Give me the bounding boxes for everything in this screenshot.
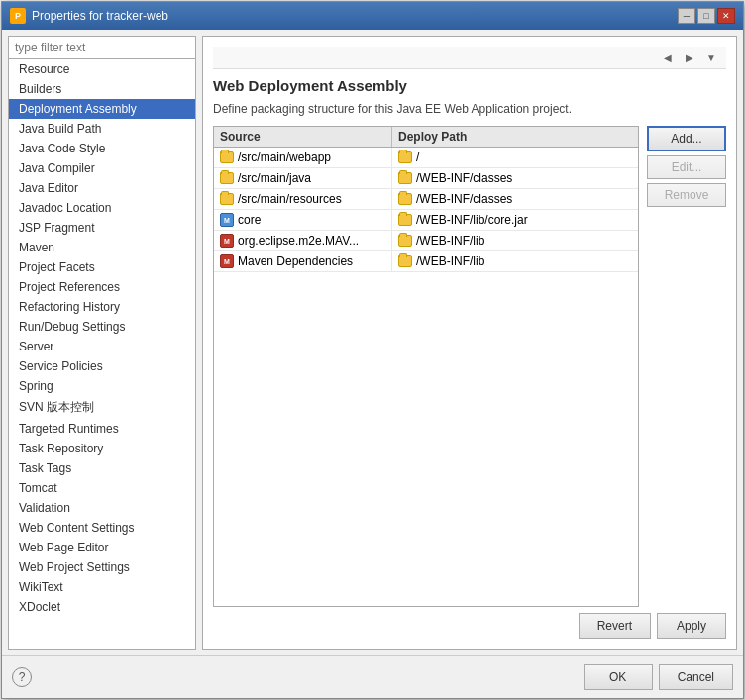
nav-item-validation[interactable]: Validation [9, 498, 195, 518]
folder-icon [220, 172, 234, 184]
source-text-1: /src/main/java [238, 171, 311, 185]
col-source: Source [214, 127, 392, 147]
td-deploy-0: / [392, 148, 638, 167]
source-text-0: /src/main/webapp [238, 150, 331, 164]
deploy-text-0: / [416, 150, 419, 164]
nav-item-wikitext[interactable]: WikiText [9, 577, 195, 597]
revert-button[interactable]: Revert [579, 613, 651, 639]
table-header: Source Deploy Path [214, 127, 638, 148]
assembly-table: Source Deploy Path /src/main/webapp [213, 126, 639, 607]
table-row[interactable]: /src/main/webapp / [214, 148, 638, 168]
table-row[interactable]: M org.eclipse.m2e.MAV... /WEB-INF/lib [214, 231, 638, 251]
table-row[interactable]: /src/main/java /WEB-INF/classes [214, 168, 638, 189]
source-text-4: org.eclipse.m2e.MAV... [238, 234, 359, 248]
help-button[interactable]: ? [12, 667, 32, 687]
maven-icon: M [220, 254, 234, 268]
table-row[interactable]: M core /WEB-INF/lib/core.jar [214, 210, 638, 231]
folder-icon [220, 193, 234, 205]
nav-item-maven[interactable]: Maven [9, 238, 195, 257]
td-deploy-4: /WEB-INF/lib [392, 231, 638, 250]
nav-item-web-project-settings[interactable]: Web Project Settings [9, 557, 195, 577]
bottom-left: ? [12, 667, 32, 687]
td-deploy-5: /WEB-INF/lib [392, 251, 638, 271]
filter-input[interactable] [9, 37, 195, 59]
nav-item-project-references[interactable]: Project References [9, 277, 195, 297]
nav-item-spring[interactable]: Spring [9, 376, 195, 396]
td-deploy-2: /WEB-INF/classes [392, 189, 638, 209]
nav-item-jsp-fragment[interactable]: JSP Fragment [9, 218, 195, 238]
panel-title: Web Deployment Assembly [213, 77, 726, 94]
deploy-text-3: /WEB-INF/lib/core.jar [416, 213, 528, 227]
table-row[interactable]: /src/main/resources /WEB-INF/classes [214, 189, 638, 210]
right-content-panel: ◀ ▶ ▼ Web Deployment Assembly Define pac… [202, 36, 737, 650]
source-text-2: /src/main/resources [238, 192, 342, 206]
dialog-title: Properties for tracker-web [32, 9, 168, 23]
ok-button[interactable]: OK [584, 664, 653, 690]
nav-item-targeted-runtimes[interactable]: Targeted Runtimes [9, 419, 195, 439]
deploy-text-5: /WEB-INF/lib [416, 254, 484, 268]
nav-item-java-compiler[interactable]: Java Compiler [9, 158, 195, 178]
close-button[interactable]: ✕ [717, 8, 735, 24]
revert-apply-area: Revert Apply [213, 607, 726, 639]
source-text-5: Maven Dependencies [238, 254, 353, 268]
title-bar: P Properties for tracker-web ─ □ ✕ [2, 2, 743, 30]
nav-item-java-code-style[interactable]: Java Code Style [9, 139, 195, 158]
back-icon[interactable]: ◀ [659, 49, 677, 66]
td-deploy-1: /WEB-INF/classes [392, 168, 638, 188]
table-buttons: Add... Edit... Remove [647, 126, 726, 607]
nav-item-javadoc-location[interactable]: Javadoc Location [9, 198, 195, 218]
table-area: Source Deploy Path /src/main/webapp [213, 126, 726, 607]
panel-description: Define packaging structure for this Java… [213, 102, 726, 116]
nav-item-svn[interactable]: SVN 版本控制 [9, 396, 195, 419]
maximize-button[interactable]: □ [697, 8, 715, 24]
folder-icon [220, 151, 234, 163]
td-source-3: M core [214, 210, 392, 230]
forward-icon[interactable]: ▶ [681, 49, 698, 66]
nav-item-service-policies[interactable]: Service Policies [9, 356, 195, 376]
deploy-text-2: /WEB-INF/classes [416, 192, 512, 206]
nav-item-task-repository[interactable]: Task Repository [9, 439, 195, 458]
title-bar-left: P Properties for tracker-web [10, 8, 168, 24]
table-row[interactable]: M Maven Dependencies /WEB-INF/lib [214, 251, 638, 272]
apply-button[interactable]: Apply [657, 613, 726, 639]
nav-item-run-debug-settings[interactable]: Run/Debug Settings [9, 317, 195, 337]
nav-item-xdoclet[interactable]: XDoclet [9, 597, 195, 617]
nav-item-server[interactable]: Server [9, 337, 195, 356]
source-text-3: core [238, 213, 261, 227]
plugin-icon: M [220, 213, 234, 227]
folder-icon [398, 235, 412, 247]
nav-item-java-build-path[interactable]: Java Build Path [9, 119, 195, 139]
left-nav-panel: Resource Builders Deployment Assembly Ja… [8, 36, 196, 650]
nav-item-project-facets[interactable]: Project Facets [9, 257, 195, 277]
col-deploy: Deploy Path [392, 127, 638, 147]
edit-button[interactable]: Edit... [647, 155, 726, 179]
cancel-button[interactable]: Cancel [659, 664, 733, 690]
nav-item-web-content-settings[interactable]: Web Content Settings [9, 518, 195, 538]
nav-item-deployment-assembly[interactable]: Deployment Assembly [9, 99, 195, 119]
minimize-button[interactable]: ─ [678, 8, 695, 24]
folder-icon [398, 193, 412, 205]
td-source-1: /src/main/java [214, 168, 392, 188]
nav-item-resource[interactable]: Resource [9, 59, 195, 79]
td-source-0: /src/main/webapp [214, 148, 392, 167]
bottom-bar: ? OK Cancel [2, 655, 743, 698]
bottom-right: OK Cancel [584, 664, 733, 690]
nav-item-task-tags[interactable]: Task Tags [9, 458, 195, 478]
folder-icon [398, 172, 412, 184]
folder-icon [398, 151, 412, 163]
td-source-4: M org.eclipse.m2e.MAV... [214, 231, 392, 250]
remove-button[interactable]: Remove [647, 183, 726, 207]
nav-item-web-page-editor[interactable]: Web Page Editor [9, 538, 195, 557]
nav-item-tomcat[interactable]: Tomcat [9, 478, 195, 498]
add-button[interactable]: Add... [647, 126, 726, 151]
nav-list: Resource Builders Deployment Assembly Ja… [9, 59, 195, 649]
deploy-text-1: /WEB-INF/classes [416, 171, 512, 185]
folder-icon [398, 255, 412, 267]
nav-item-builders[interactable]: Builders [9, 79, 195, 99]
properties-dialog: P Properties for tracker-web ─ □ ✕ Resou… [1, 1, 744, 699]
td-deploy-3: /WEB-INF/lib/core.jar [392, 210, 638, 230]
dropdown-icon[interactable]: ▼ [702, 49, 720, 66]
nav-item-refactoring-history[interactable]: Refactoring History [9, 297, 195, 317]
toolbar-area: ◀ ▶ ▼ [213, 47, 726, 69]
nav-item-java-editor[interactable]: Java Editor [9, 178, 195, 198]
